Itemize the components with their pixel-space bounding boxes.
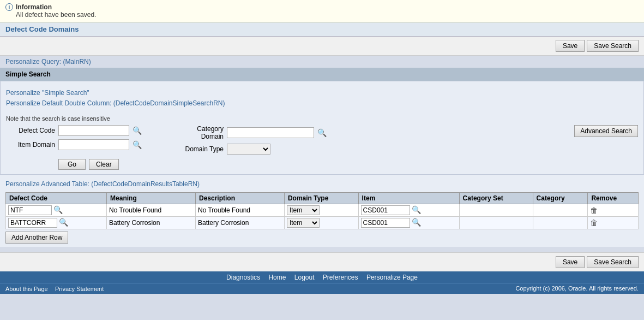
defect-code-label: Defect Code [6, 127, 55, 134]
cell-description-2: Battery Corrosion [195, 217, 284, 229]
category-domain-input[interactable] [227, 127, 314, 138]
privacy-statement-link[interactable]: Privacy Statement [55, 286, 104, 292]
col-remove: Remove [588, 193, 639, 204]
clear-button[interactable]: Clear [89, 159, 119, 170]
info-heading: Information [16, 3, 52, 11]
defect-code-cell-input-1[interactable] [8, 205, 52, 215]
category-domain-search-icon[interactable]: 🔍 [317, 128, 327, 137]
advanced-search-button[interactable]: Advanced Search [574, 125, 638, 137]
results-section: Personalize Advanced Table: (DefectCodeD… [0, 175, 644, 247]
defect-code-row: Defect Code 🔍 [6, 125, 142, 136]
cell-meaning-1: No Trouble Found [107, 204, 196, 217]
footer-bottom: About this Page Privacy Statement Copyri… [0, 283, 644, 294]
save-search-button-top[interactable]: Save Search [587, 40, 639, 52]
footer-logout-link[interactable]: Logout [294, 274, 315, 281]
domain-type-label: Domain Type [174, 145, 224, 153]
col-domain-type: Domain Type [284, 193, 358, 204]
info-message: All defect have been saved. [5, 11, 639, 19]
table-row: 🔍 No Trouble Found No Trouble Found Item… [6, 204, 639, 217]
footer-diagnostics-link[interactable]: Diagnostics [226, 274, 260, 281]
copyright-text: Copyright (c) 2006, Oracle. All rights r… [515, 285, 639, 293]
cell-category-set-2 [459, 217, 533, 229]
footer-nav: Diagnostics Home Logout Preferences Pers… [0, 271, 644, 283]
domain-type-row: Domain Type Item Category [174, 144, 327, 155]
cell-category-set-1 [459, 204, 533, 217]
footer-home-link[interactable]: Home [268, 274, 286, 281]
results-table: Defect Code Meaning Description Domain T… [5, 192, 639, 229]
col-category: Category [533, 193, 588, 204]
table-header-row: Defect Code Meaning Description Domain T… [6, 193, 639, 204]
cell-domain-type-1: Item Category [284, 204, 358, 217]
defect-code-search-icon[interactable]: 🔍 [133, 126, 142, 135]
about-page-link[interactable]: About this Page [5, 286, 48, 292]
row2-item-search-icon[interactable]: 🔍 [412, 218, 421, 227]
row1-item-search-icon[interactable]: 🔍 [412, 205, 421, 214]
cell-description-1: No Trouble Found [195, 204, 284, 217]
category-domain-label: Category Domain [174, 125, 224, 140]
remove-row-2-icon[interactable]: 🗑 [590, 218, 598, 227]
page-title-bar: Defect Code Domains [0, 22, 644, 37]
personalize-query-section: Personalize Query: (MainRN) [0, 56, 644, 68]
defect-code-cell-input-2[interactable] [8, 218, 57, 228]
domain-type-select[interactable]: Item Category [227, 144, 270, 155]
search-action-buttons: Go Clear [6, 159, 638, 170]
case-note: Note that the search is case insensitive [6, 115, 638, 122]
item-input-1[interactable] [361, 205, 410, 215]
simple-search-section: Simple Search Personalize "Simple Search… [0, 68, 644, 175]
defect-code-input[interactable] [58, 125, 129, 136]
save-search-button-bottom[interactable]: Save Search [587, 256, 639, 268]
personalize-simple-search-link[interactable]: Personalize "Simple Search" [6, 88, 638, 98]
simple-search-header: Simple Search [0, 68, 644, 81]
row2-search-icon[interactable]: 🔍 [59, 218, 68, 227]
cell-meaning-2: Battery Corrosion [107, 217, 196, 229]
save-button-bottom[interactable]: Save [556, 256, 585, 268]
cell-item-2: 🔍 [358, 217, 459, 229]
col-defect-code: Defect Code [6, 193, 107, 204]
table-row: 🔍 Battery Corrosion Battery Corrosion It… [6, 217, 639, 229]
col-category-set: Category Set [459, 193, 533, 204]
item-domain-input[interactable] [58, 139, 129, 150]
cell-defect-code-2: 🔍 [6, 217, 107, 229]
remove-row-1-icon[interactable]: 🗑 [590, 206, 598, 215]
personalize-links: Personalize "Simple Search" Personalize … [6, 86, 638, 111]
domain-type-select-1[interactable]: Item Category [287, 205, 320, 215]
search-section: Personalize "Simple Search" Personalize … [0, 81, 644, 175]
cell-defect-code: 🔍 [6, 204, 107, 217]
personalize-query-link[interactable]: Personalize Query: (MainRN) [5, 58, 91, 66]
col-description: Description [195, 193, 284, 204]
top-toolbar: Save Save Search [0, 37, 644, 56]
left-search-col: Defect Code 🔍 Item Domain 🔍 [6, 125, 142, 150]
info-icon: i [5, 3, 13, 11]
domain-type-select-2[interactable]: Item Category [287, 218, 320, 228]
save-button-top[interactable]: Save [556, 40, 585, 52]
row1-search-icon[interactable]: 🔍 [53, 205, 63, 214]
item-domain-row: Item Domain 🔍 [6, 139, 142, 150]
add-another-row-button[interactable]: Add Another Row [5, 232, 68, 244]
cell-domain-type-2: Item Category [284, 217, 358, 229]
cell-category-2 [533, 217, 588, 229]
go-button[interactable]: Go [58, 159, 86, 170]
footer-left-links: About this Page Privacy Statement [5, 285, 104, 293]
cell-item-1: 🔍 [358, 204, 459, 217]
item-domain-label: Item Domain [6, 141, 55, 149]
search-fields: Defect Code 🔍 Item Domain 🔍 Category Dom… [6, 125, 638, 155]
item-domain-search-icon[interactable]: 🔍 [133, 140, 142, 149]
personalize-table-link[interactable]: Personalize Advanced Table: (DefectCodeD… [5, 180, 200, 188]
footer-personalize-page-link[interactable]: Personalize Page [366, 274, 418, 281]
footer-preferences-link[interactable]: Preferences [323, 274, 358, 281]
bottom-toolbar: Save Save Search [0, 252, 644, 271]
cell-remove-1: 🗑 [588, 204, 639, 217]
personalize-table-section: Personalize Advanced Table: (DefectCodeD… [5, 178, 639, 190]
page-title: Defect Code Domains [5, 25, 79, 33]
col-meaning: Meaning [107, 193, 196, 204]
item-input-2[interactable] [361, 218, 410, 228]
col-item: Item [358, 193, 459, 204]
cell-remove-2: 🗑 [588, 217, 639, 229]
right-search-col: Category Domain 🔍 Domain Type Item Categ… [174, 125, 327, 155]
info-title: i Information [5, 3, 639, 11]
category-domain-row: Category Domain 🔍 [174, 125, 327, 140]
personalize-default-link[interactable]: Personalize Default Double Column: (Defe… [6, 98, 638, 109]
cell-category-1 [533, 204, 588, 217]
info-bar: i Information All defect have been saved… [0, 0, 644, 22]
